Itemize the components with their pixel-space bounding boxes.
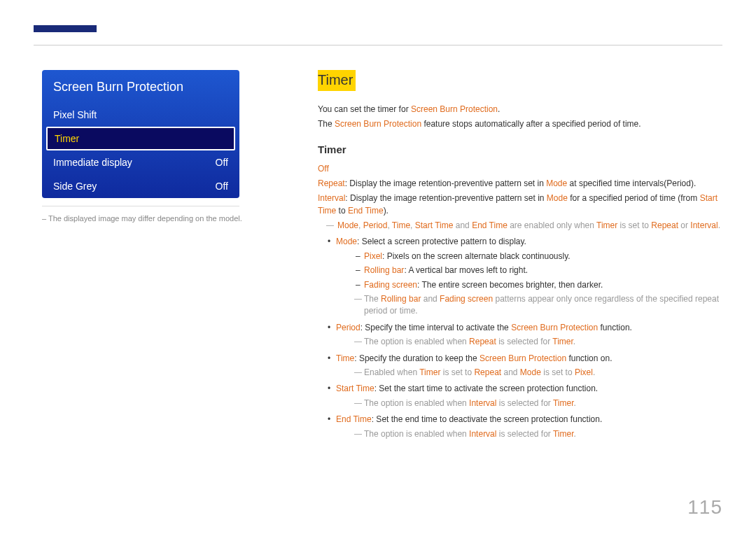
text: at specified time intervals(Period). [567,178,696,188]
off-label: Off [318,163,722,175]
list-item-pixel: Pixel: Pixels on the screen alternate bl… [336,251,722,262]
options-list: Mode: Select a screen protective pattern… [318,236,722,440]
term-repeat: Repeat [318,178,345,188]
section-title: Timer [318,70,356,91]
osd-menu-title: Screen Burn Protection [42,70,239,103]
text: The option is enabled when [364,337,469,346]
list-item-end-time: End Time: Set the end time to deactivate… [318,414,722,440]
term-mode: Mode [520,367,541,377]
text: : Pixels on the screen alternate black c… [382,251,570,261]
osd-menu-item-label: Timer [55,133,79,144]
text: to [336,206,348,216]
text: is set to [617,220,651,230]
osd-menu-item-immediate-display[interactable]: Immediate display Off [42,150,239,174]
osd-menu-item-value: Off [216,157,228,168]
list-item-time: Time: Specify the duration to keep the S… [318,353,722,379]
term-end-time: End Time [348,206,384,216]
osd-menu-item-timer[interactable]: Timer [46,127,235,150]
osd-menu-item-value: Off [216,181,228,192]
content-column: Timer You can set the timer for Screen B… [318,70,722,444]
list-item-period: Period: Specify the time interval to act… [318,322,722,349]
term-start-time: Start Time [336,384,374,393]
term-timer: Timer [552,337,573,346]
note-patterns-once: The Rolling bar and Fading screen patter… [336,293,722,318]
repeat-line: Repeat: Display the image retention-prev… [318,178,722,190]
term-fading-screen: Fading screen [440,294,493,304]
list-item-start-time: Start Time: Set the start time to activa… [318,383,722,409]
text: are enabled only when [507,220,596,230]
text: You can set the timer for [318,104,411,114]
term-rolling-bar: Rolling bar [381,294,421,304]
text: The option is enabled when [364,429,469,439]
list-item-fading-screen: Fading screen: The entire screen becomes… [336,279,722,291]
text: is set to [440,367,474,377]
text: The [318,119,335,129]
term-fading-screen: Fading screen [364,280,417,290]
text: . [574,398,576,408]
osd-menu-card: Screen Burn Protection Pixel Shift Timer… [42,70,239,198]
osd-menu-item-label: Immediate display [53,157,132,168]
text: The option is enabled when [364,398,469,408]
term-timer: Timer [419,367,440,377]
page-number: 115 [687,496,722,519]
image-caption: – The displayed image may differ dependi… [42,214,280,223]
interval-line: Interval: Display the image retention-pr… [318,192,722,217]
term-interval: Interval [690,220,718,230]
text: . [574,429,576,439]
text: for a specified period of time (from [568,193,700,203]
text: : Specify the duration to keep the [354,353,479,363]
term-timer: Timer [596,220,617,230]
term-time: Time [392,220,410,230]
term-screen-burn-protection: Screen Burn Protection [335,119,421,129]
text: : Set the end time to deactivate the scr… [372,414,603,424]
text: Enabled when [364,367,419,377]
text: is selected for [496,337,552,346]
osd-menu-item-label: Pixel Shift [53,109,97,120]
text: and [453,220,472,230]
note-period-enabled: The option is enabled when Repeat is sel… [336,336,722,348]
term-start-time: Start Time [415,220,454,230]
text: ). [384,206,388,216]
term-pixel: Pixel [575,367,593,377]
text: : Set the start time to activate the scr… [374,384,598,393]
osd-menu-item-pixel-shift[interactable]: Pixel Shift [42,103,239,127]
term-rolling-bar: Rolling bar [364,265,404,275]
term-screen-burn-protection: Screen Burn Protection [511,323,598,332]
term-mode: Mode [337,220,358,230]
term-period: Period [336,323,360,332]
text: function. [598,323,632,332]
text: : Specify the time interval to activate … [360,323,511,332]
note-time-enabled: Enabled when Timer is set to Repeat and … [336,367,722,379]
text: is selected for [496,398,552,408]
text: and [501,367,520,377]
text: : Display the image retention-preventive… [345,178,546,188]
text: : Display the image retention-preventive… [345,193,546,203]
text: feature stops automatically after a spec… [421,119,641,129]
term-time: Time [336,353,354,363]
text: : The entire screen becomes brighter, th… [417,280,603,290]
term-interval: Interval [469,429,496,439]
note-enabled-only-when: Mode, Period, Time, Start Time and End T… [318,220,722,232]
text: or [678,220,690,230]
term-repeat: Repeat [469,337,496,346]
term-screen-burn-protection: Screen Burn Protection [479,353,566,363]
term-pixel: Pixel [364,251,382,261]
osd-menu-item-side-grey[interactable]: Side Grey Off [42,174,239,198]
text: : Select a screen protective pattern to … [357,237,526,246]
caption-rule [42,206,239,206]
term-period: Period [363,220,388,230]
term-repeat: Repeat [474,367,501,377]
subsection-title: Timer [318,142,722,157]
list-item-mode: Mode: Select a screen protective pattern… [318,236,722,317]
header-accent-bar [34,25,97,32]
term-timer: Timer [553,429,574,439]
text: and [421,294,440,304]
text: . [498,104,500,114]
text: , [410,220,415,230]
text: : A vertical bar moves left to right. [404,265,528,275]
text: . [718,220,720,230]
list-item-rolling-bar: Rolling bar: A vertical bar moves left t… [336,265,722,276]
term-interval: Interval [469,398,496,408]
term-mode: Mode [546,178,567,188]
term-end-time: End Time [336,414,372,424]
